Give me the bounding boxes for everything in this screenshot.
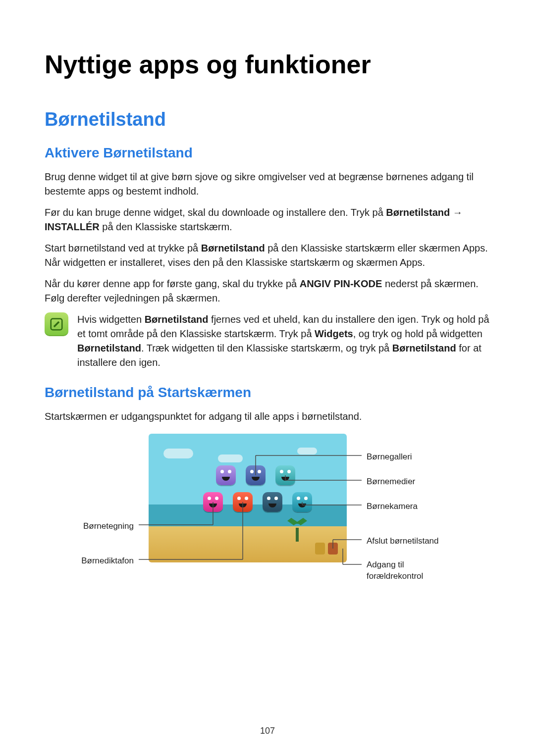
callout-label-media: Børnemedier [367, 476, 415, 488]
note-text: Hvis widgetten Børnetilstand fjernes ved… [77, 312, 490, 370]
note-icon [45, 312, 68, 336]
paragraph: Når du kører denne app for første gang, … [45, 277, 490, 305]
text: Når du kører denne app for første gang, … [45, 278, 300, 289]
page-title: Nyttige apps og funktioner [45, 50, 490, 79]
paragraph: Brug denne widget til at give børn sjove… [45, 170, 490, 199]
kids-home-diagram: Børnegalleri Børnemedier Børnekamera Afs… [45, 434, 490, 592]
subsection-heading-activate: Aktivere Børnetilstand [45, 145, 490, 161]
text: . Træk widgetten til den Klassiske start… [141, 343, 392, 353]
page-number: 107 [0, 726, 535, 736]
callout-label-exit: Afslut børnetilstand [367, 536, 439, 547]
callout-label-gallery: Børnegalleri [367, 452, 412, 463]
parental-control-icon[interactable] [328, 543, 338, 554]
bold-term: Børnetilstand [392, 343, 456, 353]
section-heading-bornetilstand: Børnetilstand [45, 109, 490, 130]
text: Adgang til [367, 560, 404, 569]
palm-tree-decoration [287, 518, 307, 542]
text: Hvis widgetten [77, 314, 145, 325]
bold-term: Børnetilstand [386, 207, 450, 218]
text: på den Klassiske startskærm. [100, 221, 232, 232]
kids-gallery-icon[interactable] [246, 465, 266, 485]
paragraph: Før du kan bruge denne widget, skal du d… [45, 205, 490, 234]
text: Før du kan bruge denne widget, skal du d… [45, 207, 386, 218]
pencil-note-icon [49, 317, 64, 332]
cloud-decoration [218, 454, 243, 462]
arrow: → [450, 207, 463, 218]
kids-camera-icon[interactable] [292, 492, 312, 512]
bold-term: Børnetilstand [201, 243, 265, 253]
bold-term: INSTALLÉR [45, 221, 100, 232]
callout-label-parental: Adgang til forældrekontrol [367, 559, 423, 582]
text: , og tryk og hold på widgetten [353, 328, 482, 339]
kids-drawing-icon[interactable] [203, 492, 223, 512]
kids-app-icon[interactable] [263, 492, 282, 512]
kids-media-icon[interactable] [275, 465, 295, 485]
exit-kids-mode-icon[interactable] [315, 543, 325, 554]
kids-house-icon[interactable] [216, 465, 236, 485]
bold-term: Børnetilstand [77, 343, 141, 353]
kids-voice-icon[interactable] [233, 492, 253, 512]
subsection-heading-homescreen: Børnetilstand på Startskærmen [45, 385, 490, 401]
callout-label-voice: Børnediktafon [64, 555, 134, 567]
bold-term: Børnetilstand [145, 314, 209, 325]
bold-term: Widgets [315, 328, 353, 339]
callout-label-drawing: Børnetegning [64, 521, 134, 532]
kids-home-screen [149, 434, 347, 562]
bold-term: ANGIV PIN-KODE [300, 278, 382, 289]
note-block: Hvis widgetten Børnetilstand fjernes ved… [45, 312, 490, 370]
callout-label-camera: Børnekamera [367, 501, 418, 512]
cloud-decoration [297, 448, 317, 454]
text: Start børnetilstand ved at trykke på [45, 243, 201, 253]
text: forældrekontrol [367, 571, 423, 581]
paragraph: Startskærmen er udgangspunktet for adgan… [45, 409, 490, 424]
cloud-decoration [163, 449, 193, 458]
paragraph: Start børnetilstand ved at trykke på Bør… [45, 241, 490, 270]
